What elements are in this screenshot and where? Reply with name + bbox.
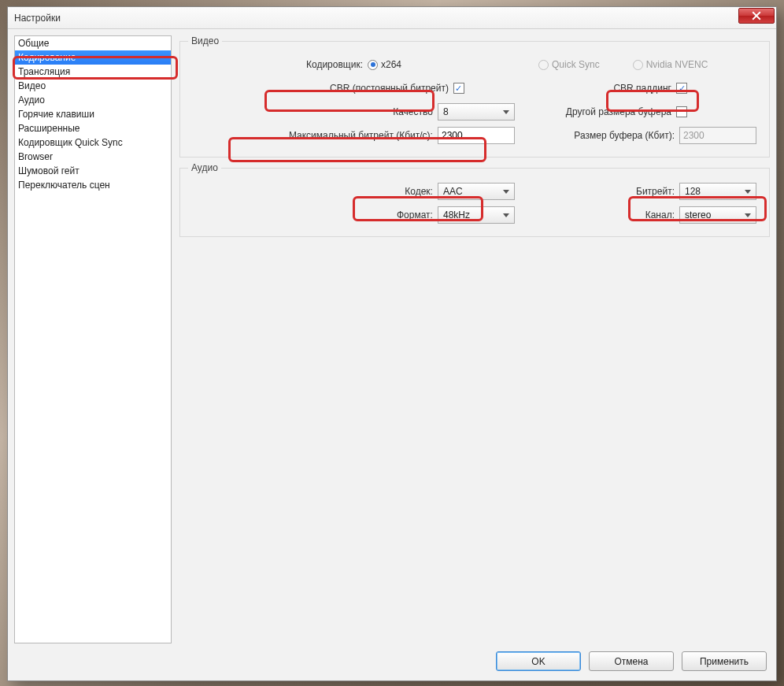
- buffer-size-input[interactable]: [679, 127, 756, 144]
- close-button[interactable]: [738, 8, 775, 24]
- sidebar-item-video[interactable]: Видео: [15, 79, 171, 93]
- close-icon: [752, 11, 761, 20]
- sidebar-item-general[interactable]: Общие: [15, 36, 171, 50]
- encoder-nvenc-label: Nvidia NVENC: [646, 59, 708, 70]
- apply-button[interactable]: Применить: [682, 651, 767, 671]
- sidebar-item-broadcast[interactable]: Трансляция: [15, 65, 171, 79]
- settings-window: Настройки Общие Кодирование Трансляция В…: [7, 6, 777, 681]
- encoder-quicksync-radio[interactable]: [538, 60, 549, 70]
- cbr-padding-label: CBR паддинг: [613, 83, 671, 94]
- max-bitrate-label: Максимальный битрейт (Кбит/с):: [289, 130, 433, 141]
- quality-select[interactable]: 8: [438, 103, 515, 121]
- cbr-label: CBR (постоянный битрейт): [330, 83, 449, 94]
- cancel-button[interactable]: Отмена: [589, 651, 674, 671]
- window-title: Настройки: [14, 13, 738, 24]
- buffer-other-checkbox[interactable]: [676, 106, 687, 117]
- sidebar-item-hotkeys[interactable]: Горячие клавиши: [15, 107, 171, 121]
- dialog-buttons: OK Отмена Применить: [14, 643, 770, 674]
- quality-label: Качество: [393, 106, 433, 117]
- ok-button[interactable]: OK: [496, 651, 581, 671]
- audio-format-select[interactable]: 48kHz: [438, 206, 515, 224]
- sidebar-item-scene-switcher[interactable]: Переключатель сцен: [15, 178, 171, 192]
- audio-codec-label: Кодек:: [405, 186, 433, 197]
- video-group: Видео Кодировщик: x264: [179, 35, 770, 158]
- encoder-x264-label: x264: [381, 59, 401, 70]
- buffer-other-label: Другой размера буфера: [566, 106, 671, 117]
- audio-group: Аудио Кодек: AAC Битрейт: 128: [179, 162, 770, 237]
- audio-bitrate-select[interactable]: 128: [679, 183, 756, 200]
- sidebar-item-advanced[interactable]: Расширенные: [15, 121, 171, 135]
- audio-bitrate-label: Битрейт:: [636, 186, 675, 197]
- audio-channel-select[interactable]: stereo: [679, 206, 756, 224]
- sidebar-item-audio[interactable]: Аудио: [15, 93, 171, 107]
- audio-legend: Аудио: [188, 162, 221, 173]
- sidebar-item-encoding[interactable]: Кодирование: [15, 50, 171, 65]
- audio-format-label: Формат:: [397, 210, 433, 221]
- settings-area: Видео Кодировщик: x264: [179, 35, 770, 643]
- buffer-size-label: Размер буфера (Кбит):: [574, 130, 675, 141]
- cbr-checkbox[interactable]: [453, 83, 464, 94]
- sidebar-item-browser[interactable]: Browser: [15, 150, 171, 164]
- encoder-quicksync-label: Quick Sync: [552, 59, 600, 70]
- audio-codec-select[interactable]: AAC: [438, 183, 515, 200]
- sidebar-item-quicksync[interactable]: Кодировщик Quick Sync: [15, 135, 171, 150]
- encoder-x264-radio[interactable]: [368, 60, 378, 70]
- video-legend: Видео: [188, 35, 222, 46]
- sidebar-item-noise-gate[interactable]: Шумовой гейт: [15, 164, 171, 178]
- cbr-padding-checkbox[interactable]: [676, 83, 687, 94]
- encoder-nvenc-radio[interactable]: [633, 60, 643, 70]
- audio-channel-label: Канал:: [645, 210, 675, 221]
- max-bitrate-input[interactable]: [438, 127, 515, 144]
- category-sidebar: Общие Кодирование Трансляция Видео Аудио…: [14, 35, 172, 643]
- encoder-label: Кодировщик:: [306, 59, 363, 70]
- titlebar: Настройки: [8, 7, 776, 29]
